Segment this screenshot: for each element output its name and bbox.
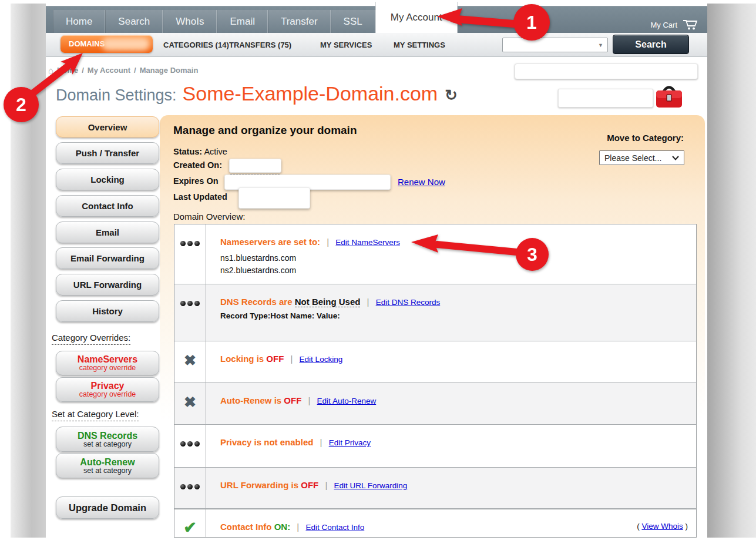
edit-locking-link[interactable]: Edit Locking bbox=[300, 355, 343, 364]
domains-label: DOMAINS bbox=[69, 39, 105, 48]
row-title: URL Forwarding is bbox=[220, 480, 298, 490]
row-title: Auto-Renew is bbox=[220, 395, 281, 405]
right-background-strip bbox=[707, 4, 756, 538]
separator: | bbox=[367, 297, 369, 307]
edit-nameservers-link[interactable]: Edit NameServers bbox=[335, 238, 400, 247]
row-title: DNS Records are bbox=[220, 297, 293, 307]
tab-whois[interactable]: WhoIs bbox=[163, 10, 217, 33]
breadcrumb: ⌂ Home / My Account / Manage Domain bbox=[48, 65, 198, 75]
tab-home[interactable]: Home bbox=[53, 10, 105, 33]
dns-records-category-title: DNS Records bbox=[78, 431, 137, 441]
set-at-category-label[interactable]: Set at Category Level: bbox=[52, 409, 139, 421]
x-icon: ✖ bbox=[184, 354, 196, 367]
search-button[interactable]: Search bbox=[613, 35, 689, 54]
subnav-item-domains[interactable]: DOMAINS bbox=[61, 35, 153, 53]
edit-privacy-link[interactable]: Edit Privacy bbox=[329, 438, 371, 447]
status-value: Active bbox=[204, 147, 227, 156]
breadcrumb-home[interactable]: Home bbox=[57, 66, 78, 75]
sidebar-item-url-forwarding[interactable]: URL Forwarding bbox=[56, 274, 159, 296]
sidebar-item-overview[interactable]: Overview bbox=[56, 116, 159, 137]
refresh-icon[interactable]: ↻ bbox=[445, 86, 458, 105]
auto-renew-category-title: Auto-Renew bbox=[80, 457, 135, 467]
section-heading: Manage and organize your domain bbox=[173, 124, 357, 137]
privacy-override-title: Privacy bbox=[91, 381, 125, 391]
subnav-item-transfers[interactable]: TRANSFERS (75) bbox=[229, 33, 291, 57]
dots-icon bbox=[180, 241, 200, 246]
upgrade-domain-button[interactable]: Upgrade Domain bbox=[56, 496, 159, 519]
breadcrumb-my-account[interactable]: My Account bbox=[88, 66, 130, 75]
sidebar-item-locking[interactable]: Locking bbox=[56, 169, 159, 190]
edit-dns-records-link[interactable]: Edit DNS Records bbox=[376, 298, 441, 307]
subnav-item-categories[interactable]: CATEGORIES (14) bbox=[163, 33, 229, 57]
sidebar-item-auto-renew-category[interactable]: Auto-Renew set at category bbox=[56, 453, 159, 478]
table-row-url-forwarding: URL Forwarding is OFF | Edit URL Forward… bbox=[174, 468, 696, 509]
subnav-item-my-services[interactable]: MY SERVICES bbox=[320, 33, 372, 57]
renew-now-link[interactable]: Renew Now bbox=[398, 177, 445, 187]
redacted-value-box bbox=[558, 89, 653, 108]
dots-icon bbox=[180, 484, 200, 489]
row-status: OFF bbox=[301, 480, 318, 490]
account-sub-navigation: DOMAINS CATEGORIES (14) TRANSFERS (75) M… bbox=[46, 33, 707, 57]
redacted-value-box bbox=[238, 187, 310, 209]
sidebar-item-privacy-override[interactable]: Privacy category override bbox=[56, 377, 159, 402]
table-row-locking: ✖ Locking is OFF | Edit Locking bbox=[174, 341, 696, 383]
nameserver-1: ns1.bluestardns.com bbox=[220, 252, 686, 264]
redacted-value-box bbox=[229, 159, 281, 173]
sidebar-item-dns-records-category[interactable]: DNS Records set at category bbox=[56, 427, 159, 452]
toolbox-icon[interactable] bbox=[654, 83, 684, 114]
domain-overview-table: Nameservers are set to: | Edit NameServe… bbox=[174, 224, 697, 538]
sidebar-item-contact-info[interactable]: Contact Info bbox=[56, 195, 159, 217]
sidebar-item-push-transfer[interactable]: Push / Transfer bbox=[56, 142, 159, 164]
breadcrumb-manage-domain: Manage Domain bbox=[140, 66, 199, 75]
sidebar-item-history[interactable]: History bbox=[56, 300, 159, 322]
top-navigation: Home Search WhoIs Email Transfer SSL My … bbox=[46, 6, 707, 33]
sidebar-item-email-forwarding[interactable]: Email Forwarding bbox=[56, 247, 159, 269]
my-cart-button[interactable]: My Cart bbox=[651, 19, 698, 31]
edit-auto-renew-link[interactable]: Edit Auto-Renew bbox=[317, 397, 377, 405]
site-page: Home Search WhoIs Email Transfer SSL My … bbox=[46, 0, 707, 538]
view-whois-link[interactable]: View Whois bbox=[641, 522, 683, 531]
row-status: OFF bbox=[266, 354, 284, 364]
separator: | bbox=[327, 237, 329, 247]
tab-ssl[interactable]: SSL bbox=[331, 10, 375, 33]
nameservers-override-title: NameServers bbox=[78, 354, 137, 364]
separator: | bbox=[291, 354, 293, 364]
sidebar-item-nameservers-override[interactable]: NameServers category override bbox=[56, 351, 159, 375]
page-title-prefix: Domain Settings: bbox=[56, 86, 177, 105]
table-row-nameservers: Nameservers are set to: | Edit NameServe… bbox=[174, 224, 696, 284]
dns-records-category-subtitle: set at category bbox=[83, 441, 132, 448]
domain-name: Some-Example-Domain.com bbox=[183, 82, 438, 105]
auto-renew-category-subtitle: set at category bbox=[83, 467, 132, 475]
subnav-item-my-settings[interactable]: MY SETTINGS bbox=[394, 33, 445, 57]
combo-arrow-icon[interactable]: ▼ bbox=[598, 42, 603, 48]
edit-url-forwarding-link[interactable]: Edit URL Forwarding bbox=[334, 481, 408, 490]
tab-transfer[interactable]: Transfer bbox=[268, 10, 331, 33]
view-whois-wrapper: ( View Whois ) bbox=[637, 522, 688, 531]
tab-search[interactable]: Search bbox=[105, 10, 163, 33]
table-row-dns-records: DNS Records are Not Being Used | Edit DN… bbox=[174, 284, 696, 341]
tab-email[interactable]: Email bbox=[217, 10, 268, 33]
chevron-down-icon bbox=[672, 156, 679, 160]
left-background-strip bbox=[11, 4, 46, 538]
last-updated-label: Last Updated bbox=[173, 192, 227, 202]
separator: | bbox=[297, 522, 299, 532]
page-title: Domain Settings: Some-Example-Domain.com… bbox=[56, 82, 458, 105]
tab-my-account[interactable]: My Account bbox=[375, 2, 458, 33]
created-on-label: Created On: bbox=[173, 160, 222, 170]
privacy-override-subtitle: category override bbox=[79, 391, 136, 398]
row-title: Locking is bbox=[220, 354, 264, 364]
sidebar-item-email[interactable]: Email bbox=[56, 222, 159, 243]
expires-on-label: Expires On bbox=[173, 176, 219, 186]
edit-contact-info-link[interactable]: Edit Contact Info bbox=[305, 523, 364, 532]
bottom-cutoff-bar bbox=[0, 538, 756, 547]
dots-icon bbox=[180, 301, 200, 306]
table-row-auto-renew: ✖ Auto-Renew is OFF | Edit Auto-Renew bbox=[174, 383, 696, 425]
separator: | bbox=[325, 480, 327, 490]
row-status: ON: bbox=[274, 522, 291, 532]
move-to-category-select[interactable]: Please Select... bbox=[599, 150, 684, 165]
status-label: Status: bbox=[173, 147, 202, 156]
separator: | bbox=[320, 437, 322, 447]
category-overrides-label[interactable]: Category Overrides: bbox=[52, 333, 130, 345]
move-to-category-label: Move to Category: bbox=[563, 133, 684, 143]
domain-search-combobox[interactable]: ▼ bbox=[502, 38, 608, 52]
